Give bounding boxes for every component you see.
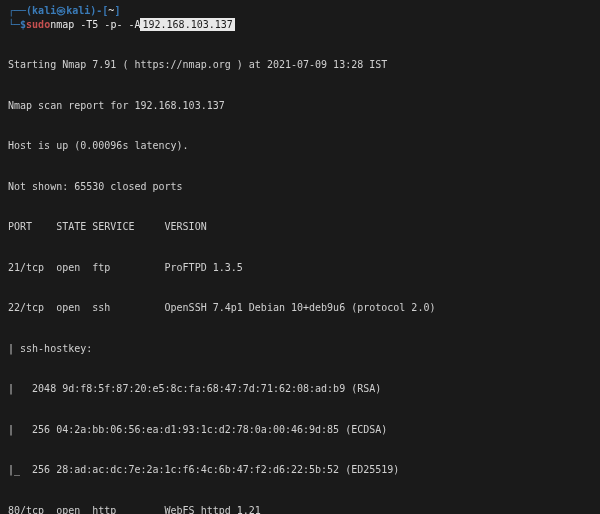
- cmd-ip-highlight: 192.168.103.137: [140, 18, 234, 32]
- output-line: | 2048 9d:f8:5f:87:20:e5:8c:fa:68:47:7d:…: [8, 382, 592, 396]
- prompt-close2: ]: [114, 4, 120, 18]
- prompt-dash-bottom: └─: [8, 18, 20, 32]
- prompt-user: kali: [32, 4, 56, 18]
- output-line: | ssh-hostkey:: [8, 342, 592, 356]
- cmd-sudo: sudo: [26, 18, 50, 32]
- prompt-at: ㉿: [56, 4, 66, 18]
- output-line: 22/tcp open ssh OpenSSH 7.4p1 Debian 10+…: [8, 301, 592, 315]
- prompt-host: kali: [66, 4, 90, 18]
- output-line: Starting Nmap 7.91 ( https://nmap.org ) …: [8, 58, 592, 72]
- output-line: |_ 256 28:ad:ac:dc:7e:2a:1c:f6:4c:6b:47:…: [8, 463, 592, 477]
- output-line: 80/tcp open http WebFS httpd 1.21: [8, 504, 592, 515]
- terminal-output: Starting Nmap 7.91 ( https://nmap.org ) …: [8, 31, 592, 514]
- prompt-row-1: ┌──( kali ㉿ kali )-[ ~ ]: [8, 4, 592, 18]
- prompt-row-2[interactable]: └─ $ sudo nmap -T5 -p- -A 192.168.103.13…: [8, 18, 592, 32]
- cmd-nmap: nmap -T5 -p- -A: [50, 18, 140, 32]
- output-line: | 256 04:2a:bb:06:56:ea:d1:93:1c:d2:78:0…: [8, 423, 592, 437]
- prompt-close: )-[: [90, 4, 108, 18]
- output-line: 21/tcp open ftp ProFTPD 1.3.5: [8, 261, 592, 275]
- output-line: Nmap scan report for 192.168.103.137: [8, 99, 592, 113]
- output-line: PORT STATE SERVICE VERSION: [8, 220, 592, 234]
- output-line: Host is up (0.00096s latency).: [8, 139, 592, 153]
- prompt-dash-top: ┌──(: [8, 4, 32, 18]
- output-line: Not shown: 65530 closed ports: [8, 180, 592, 194]
